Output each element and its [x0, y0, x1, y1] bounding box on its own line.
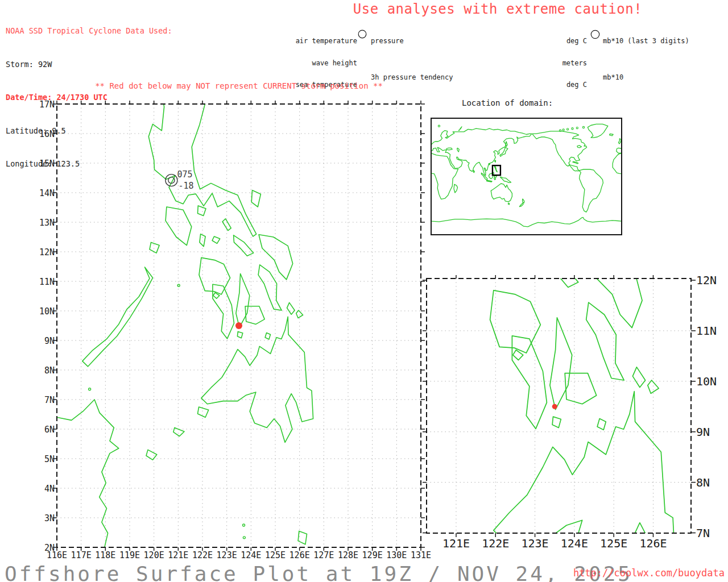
legend-air-temperature-label: air temperature [250, 38, 357, 45]
storm-position-warning: ** Red dot below may NOT represent CURRE… [57, 81, 421, 90]
y-tick-label: 16N [22, 129, 55, 139]
inset-y-tick-label: 12N [696, 273, 717, 287]
inset-x-tick-label: 126E [633, 537, 673, 550]
source-url: http://coolwx.com/buoydata [573, 567, 725, 579]
y-tick-label: 2N [22, 543, 55, 553]
x-tick-label: 131E [404, 550, 438, 560]
y-tick-label: 11N [22, 277, 55, 287]
inset-x-tick-label: 125E [594, 537, 634, 550]
inset-y-tick-label: 11N [696, 324, 717, 338]
y-tick-label: 6N [22, 425, 55, 435]
world-locator-map [431, 118, 622, 235]
legend-degc2-label: deg C [512, 81, 587, 89]
domain-map-title: Location of domain: [462, 98, 553, 107]
inset-x-tick-label: 121E [436, 537, 476, 550]
inset-y-tick-label: 8N [696, 476, 710, 489]
y-tick-label: 7N [22, 395, 55, 405]
y-tick-label: 15N [22, 159, 55, 169]
station-circle-icon [358, 30, 367, 39]
y-tick-label: 5N [22, 454, 55, 464]
legend-degc-label: deg C [512, 38, 587, 45]
inset-y-tick-label: 7N [696, 526, 710, 540]
y-tick-label: 13N [22, 218, 55, 228]
legend-wave-height-label: wave height [250, 60, 357, 67]
zoom-inset-map [427, 278, 691, 533]
offshore-surface-plot: NOAA SSD Tropical Cyclone Data Used: Sto… [0, 0, 728, 582]
inset-x-tick-label: 123E [515, 537, 555, 550]
storm-id: Storm: 92W [6, 59, 172, 70]
legend-right-labels: deg C meters deg C [512, 23, 587, 103]
legend-left-labels: air temperature wave height sea temperat… [250, 23, 357, 103]
caution-banner: Use analyses with extreme caution! [338, 1, 657, 17]
inset-x-tick-label: 124E [555, 537, 594, 550]
y-tick-label: 9N [22, 336, 55, 346]
svg-text:-18: -18 [178, 181, 193, 191]
svg-text:075: 075 [177, 169, 192, 180]
y-tick-label: 12N [22, 247, 55, 257]
legend-mb10-label: mb*10 [603, 74, 689, 81]
main-map: 075-18 [57, 104, 421, 547]
y-tick-label: 4N [22, 484, 55, 494]
inset-y-tick-label: 9N [696, 425, 710, 439]
y-tick-label: 14N [22, 188, 55, 198]
legend-meters-label: meters [512, 60, 587, 67]
legend-pressure-label: pressure [371, 38, 453, 45]
y-tick-label: 10N [22, 306, 55, 317]
y-tick-label: 17N [22, 99, 55, 110]
y-tick-label: 8N [22, 365, 55, 376]
storm-dot [235, 322, 242, 329]
inset-y-tick-label: 10N [696, 375, 717, 388]
storm-info-title: NOAA SSD Tropical Cyclone Data Used: [6, 26, 172, 37]
inset-x-tick-label: 122E [475, 537, 515, 550]
station-circle-icon [590, 30, 600, 39]
y-tick-label: 3N [22, 513, 55, 523]
storm-dot [552, 404, 557, 409]
legend-mb10-digits-label: mb*10 (last 3 digits) [603, 38, 689, 45]
legend-right-values: mb*10 (last 3 digits) mb*10 [603, 23, 689, 96]
plot-title: Offshore Surface Plot at 19Z / NOV 24, 2… [5, 562, 632, 582]
legend-pressure-tendency-label: 3h pressure tendency [371, 74, 453, 81]
